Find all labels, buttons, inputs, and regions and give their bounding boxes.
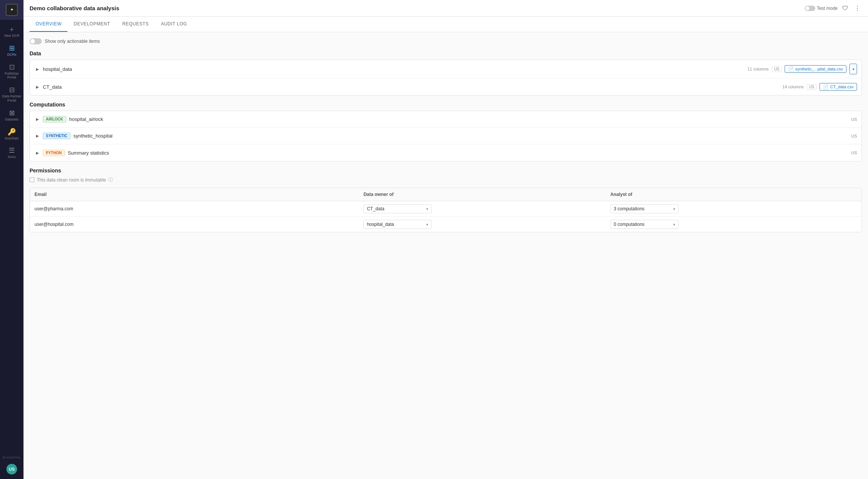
data-section-title: Data [30, 50, 862, 56]
expand-arrow-synthetic[interactable]: ▶ [34, 133, 41, 139]
sidebar-bottom: ⊞ HOSPITAL US [0, 454, 23, 479]
keychain-icon: 🔑 [8, 128, 16, 135]
top-header: Demo collaborative data analysis Test mo… [23, 0, 868, 17]
region-badge-ct: US [807, 84, 816, 90]
sidebar-item-dcrs[interactable]: ⊞ DCRs [0, 42, 23, 60]
perm-email-2: user@hospital.com [34, 222, 363, 227]
perm-owner-1: CT_data ▾ [363, 204, 610, 213]
content-area: Show only actionable items Data ▶ hospit… [23, 32, 868, 479]
col-header-analyst: Analyst of [610, 192, 857, 197]
expand-arrow-ct[interactable]: ▶ [34, 84, 41, 90]
immutable-label: This data clean room is immutable [37, 177, 106, 183]
perm-email-1: user@pharma.com [34, 206, 363, 211]
permissions-section: Permissions This data clean room is immu… [30, 167, 862, 232]
col-count-hospital: 11 columns [748, 67, 769, 71]
perm-analyst-value-1: 3 computations [614, 206, 644, 211]
comp-region-synthetic: US [851, 134, 857, 138]
app-logo: ✦ [6, 4, 18, 16]
comp-region-airlock: US [851, 117, 857, 122]
region-badge-hospital: US [772, 66, 782, 72]
sidebar-item-datasets[interactable]: ⊠ Datasets [0, 106, 23, 125]
file-badge-ct[interactable]: 📄 CT_data.csv [820, 83, 857, 91]
perm-row: user@pharma.com CT_data ▾ 3 computations… [30, 201, 862, 217]
org-label: ⊞ HOSPITAL [1, 454, 22, 461]
sidebar-item-data-partner-portal[interactable]: ⊟ Data Partner Portal [0, 83, 23, 106]
table-row: ▶ CT_data 14 columns US 📄 CT_data.csv [30, 78, 862, 95]
sidebar-item-docs[interactable]: ☰ Docs [0, 144, 23, 162]
datasets-icon: ⊠ [9, 110, 15, 116]
table-row: ▶ hospital_data 11 columns US 📄 syntheti… [30, 60, 862, 78]
user-avatar[interactable]: US [6, 464, 17, 474]
publisher-icon: ⊡ [9, 64, 15, 70]
dataset-name-hospital: hospital_data [43, 66, 748, 72]
perm-analyst-select-2[interactable]: 0 computations ▾ [610, 220, 679, 229]
table-row: ▶ AIRLOCK hospital_airlock US [30, 111, 862, 128]
file-icon: 📄 [788, 66, 794, 72]
sidebar-item-keychain[interactable]: 🔑 Keychain [0, 125, 23, 144]
tab-development[interactable]: DEVELOPMENT [67, 17, 116, 32]
table-row: ▶ PYTHON Summary statistics US [30, 144, 862, 161]
tab-audit-log[interactable]: AUDIT LOG [155, 17, 193, 32]
tab-bar: OVERVIEW DEVELOPMENT REQUESTS AUDIT LOG [23, 17, 868, 32]
data-row-right-hospital: 11 columns US 📄 synthetic_...pital_data.… [748, 64, 857, 74]
sidebar-item-publisher-portal[interactable]: ⊡ Publisher Portal [0, 61, 23, 83]
comp-name-synthetic: synthetic_hospital [74, 133, 851, 139]
page-title: Demo collaborative data analysis [30, 5, 119, 11]
partner-icon: ⊟ [9, 86, 15, 93]
file-name-hospital: synthetic_...pital_data.csv [795, 67, 843, 71]
actionable-toggle-row: Show only actionable items [30, 38, 862, 44]
chevron-down-icon: ▾ [426, 222, 428, 227]
file-badge-hospital[interactable]: 📄 synthetic_...pital_data.csv [785, 65, 846, 73]
info-icon[interactable]: ⓘ [108, 177, 113, 183]
permissions-table: Email Data owner of Analyst of user@phar… [30, 188, 862, 232]
docs-icon: ☰ [9, 147, 15, 154]
permissions-section-title: Permissions [30, 167, 862, 174]
plus-icon: ＋ [8, 26, 15, 33]
chevron-down-icon: ▾ [673, 222, 675, 227]
perm-row: user@hospital.com hospital_data ▾ 0 comp… [30, 217, 862, 232]
chevron-down-icon: ▾ [426, 207, 428, 211]
comp-name-airlock: hospital_airlock [69, 116, 851, 122]
col-count-ct: 14 columns [782, 85, 804, 89]
sidebar-nav: ＋ New DCR ⊞ DCRs ⊡ Publisher Portal ⊟ Da… [0, 20, 23, 454]
more-options-icon[interactable]: ⋮ [853, 3, 862, 13]
perm-owner-select-2[interactable]: hospital_data ▾ [363, 220, 432, 229]
immutable-checkbox[interactable] [30, 177, 34, 182]
sidebar-logo: ✦ [0, 0, 23, 20]
actionable-toggle[interactable] [30, 38, 42, 44]
perm-analyst-select-1[interactable]: 3 computations ▾ [610, 204, 679, 213]
perm-owner-select-1[interactable]: CT_data ▾ [363, 204, 432, 213]
comp-name-python: Summary statistics [68, 150, 851, 156]
shield-icon[interactable]: 🛡 [841, 3, 850, 13]
tab-overview[interactable]: OVERVIEW [30, 17, 67, 32]
file-dropdown-hospital[interactable]: ▾ [849, 64, 857, 74]
col-header-email: Email [34, 192, 363, 197]
immutable-checkbox-row: This data clean room is immutable ⓘ [30, 177, 862, 183]
computations-section-title: Computations [30, 102, 862, 108]
test-mode-badge: Test mode [805, 6, 838, 11]
test-mode-toggle[interactable] [805, 6, 815, 11]
perm-owner-2: hospital_data ▾ [363, 220, 610, 229]
data-table: ▶ hospital_data 11 columns US 📄 syntheti… [30, 59, 862, 95]
expand-arrow-airlock[interactable]: ▶ [34, 116, 41, 122]
col-header-owner: Data owner of [363, 192, 610, 197]
perm-owner-value-1: CT_data [367, 206, 384, 211]
sidebar-item-new-dcr[interactable]: ＋ New DCR [0, 23, 23, 41]
file-icon-ct: 📄 [823, 84, 829, 89]
data-row-right-ct: 14 columns US 📄 CT_data.csv [782, 83, 857, 91]
comp-region-python: US [851, 150, 857, 155]
file-name-ct: CT_data.csv [830, 85, 854, 89]
badge-synthetic: SYNTHETIC [43, 133, 70, 139]
tab-requests[interactable]: REQUESTS [116, 17, 155, 32]
expand-arrow-python[interactable]: ▶ [34, 150, 41, 156]
grid-icon: ⊞ [9, 45, 15, 52]
computations-table: ▶ AIRLOCK hospital_airlock US ▶ SYNTHETI… [30, 111, 862, 161]
perm-analyst-2: 0 computations ▾ [610, 220, 857, 229]
sidebar: ✦ ＋ New DCR ⊞ DCRs ⊡ Publisher Portal ⊟ … [0, 0, 23, 479]
dataset-name-ct: CT_data [43, 84, 782, 90]
table-row: ▶ SYNTHETIC synthetic_hospital US [30, 128, 862, 144]
perm-analyst-value-2: 0 computations [614, 222, 644, 227]
chevron-down-icon: ▾ [673, 207, 675, 211]
header-actions: Test mode 🛡 ⋮ [805, 3, 862, 13]
expand-arrow-hospital[interactable]: ▶ [34, 66, 41, 72]
